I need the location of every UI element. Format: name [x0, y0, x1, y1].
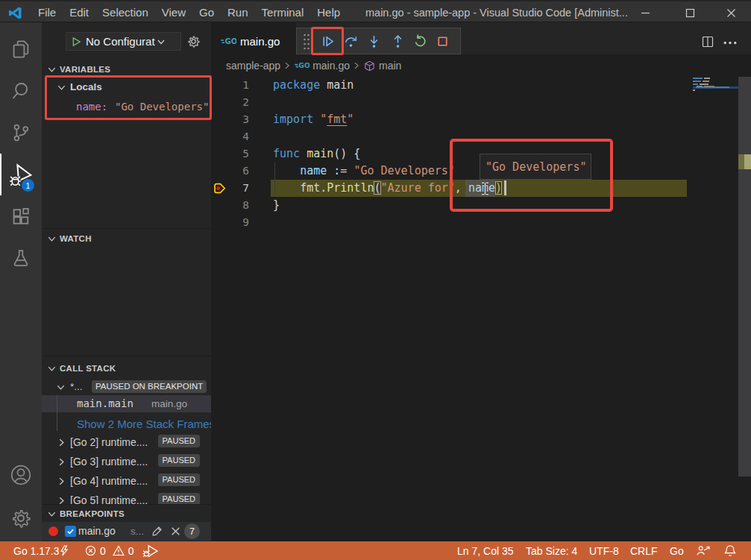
problems-item[interactable]: 0 0 — [85, 545, 134, 557]
debug-config-label: No Configurat — [86, 35, 155, 48]
minimap[interactable] — [687, 77, 738, 560]
code-line-1: package main — [273, 77, 353, 94]
tab-size-item[interactable]: Tab Size: 4 — [526, 545, 577, 557]
thread-row[interactable]: [Go 5] runtime.... PAUSED — [42, 491, 211, 504]
minimap-line — [693, 89, 695, 91]
remove-breakpoint-close-icon[interactable] — [170, 526, 181, 537]
code-token: Println — [327, 181, 374, 195]
code-token: () — [333, 147, 347, 160]
code-token — [320, 78, 327, 92]
code-line-6: name := "Go Developers" — [273, 163, 455, 180]
show-more-frames-label: Show 2 More Stack Frames — [77, 415, 211, 433]
code-token: name — [300, 164, 327, 177]
cursor-position-item[interactable]: Ln 7, Col 35 — [457, 545, 514, 557]
activity-run-and-debug[interactable]: 1 — [0, 154, 42, 195]
breadcrumb-file[interactable]: main.go — [312, 60, 350, 72]
chevron-right-icon — [283, 61, 292, 70]
activity-settings[interactable] — [0, 497, 42, 539]
split-editor-icon[interactable] — [702, 36, 714, 48]
chevron-right-icon — [57, 438, 66, 447]
breakpoint-checkbox[interactable] — [65, 526, 76, 537]
annotation-box-continue-button — [311, 27, 344, 55]
debug-settings-gear-icon[interactable] — [186, 34, 201, 48]
menu-help[interactable]: Help — [310, 1, 347, 24]
annotation-box-locals — [45, 75, 212, 120]
debug-config-dropdown[interactable]: No Configurat — [66, 32, 181, 51]
tab-main-go[interactable]: GO main.go — [211, 22, 296, 54]
step-into-button[interactable] — [362, 28, 386, 54]
menu-edit[interactable]: Edit — [63, 1, 95, 24]
chevron-right-icon — [57, 496, 66, 504]
activity-search[interactable] — [0, 70, 42, 112]
activity-source-control[interactable] — [0, 112, 42, 154]
paused-on-breakpoint-badge: PAUSED ON BREAKPOINT — [92, 380, 207, 393]
chevron-down-icon — [56, 383, 66, 392]
breakpoints-section-header[interactable]: BREAKPOINTS — [42, 506, 211, 522]
feedback-icon[interactable] — [696, 545, 710, 556]
code-token: { — [347, 147, 360, 160]
section-divider — [42, 228, 211, 229]
bell-icon[interactable] — [724, 544, 736, 557]
minimize-icon — [641, 8, 650, 18]
activity-bar: 1 — [0, 22, 42, 541]
thread-row[interactable]: [Go 2] runtime.... PAUSED — [42, 432, 211, 452]
restart-button[interactable] — [409, 28, 432, 54]
thread-list: [Go 2] runtime.... PAUSED [Go 3] runtime… — [42, 432, 211, 504]
line-number: 1 — [219, 77, 249, 94]
encoding-item[interactable]: UTF-8 — [589, 545, 619, 557]
thread-row[interactable]: [Go 3] runtime.... PAUSED — [42, 452, 211, 471]
drag-handle-icon[interactable] — [302, 33, 311, 51]
variables-section-title: VARIABLES — [60, 65, 110, 74]
section-divider — [42, 356, 211, 356]
breakpoint-file-label: main.go — [78, 522, 116, 541]
watch-section-header[interactable]: WATCH — [42, 230, 211, 247]
thread-row[interactable]: [Go 4] runtime.... PAUSED — [42, 471, 211, 491]
minimap-line — [693, 81, 701, 82]
section-divider — [42, 504, 211, 505]
line-number: 4 — [219, 128, 249, 145]
menu-go[interactable]: Go — [192, 1, 221, 24]
go-version-item[interactable]: Go 1.17.3 — [13, 545, 60, 557]
more-actions-icon[interactable] — [723, 41, 737, 45]
paused-badge: PAUSED — [158, 454, 200, 467]
show-more-frames-link[interactable]: Show 2 More Stack Frames — [42, 415, 211, 433]
activity-explorer[interactable] — [0, 28, 42, 70]
activity-accounts[interactable] — [0, 454, 42, 496]
activity-extensions[interactable] — [0, 195, 42, 237]
chevron-right-icon — [352, 61, 361, 70]
editor-scrollbar[interactable] — [738, 77, 751, 476]
svg-text:GO: GO — [225, 37, 237, 45]
menu-file[interactable]: File — [31, 1, 63, 24]
debug-session-row[interactable]: *... PAUSED ON BREAKPOINT — [42, 377, 211, 397]
menu-view[interactable]: View — [155, 1, 192, 24]
breakpoint-row[interactable]: main.go s... 7 — [42, 522, 211, 541]
breadcrumb-folder[interactable]: sample-app — [226, 60, 280, 72]
maximize-icon — [685, 8, 695, 18]
step-out-button[interactable] — [386, 28, 409, 54]
stack-frame-row[interactable]: main.main main.go — [42, 395, 211, 412]
line-number-active: 7 — [219, 180, 249, 197]
code-line-3: import "fmt" — [273, 111, 353, 128]
minimize-button[interactable] — [628, 1, 662, 24]
call-stack-section-header[interactable]: CALL STACK — [42, 360, 211, 377]
active-indicator — [0, 154, 1, 195]
edit-breakpoint-pencil-icon[interactable] — [151, 525, 163, 538]
stop-button[interactable] — [431, 28, 454, 54]
code-token: fmt — [327, 113, 347, 126]
debug-status-icon[interactable] — [142, 544, 159, 558]
breadcrumb-symbol[interactable]: main — [379, 60, 401, 72]
extensions-icon — [10, 205, 32, 227]
menu-run[interactable]: Run — [221, 1, 255, 24]
eol-item[interactable]: CRLF — [630, 545, 658, 557]
call-stack-section-title: CALL STACK — [60, 364, 116, 373]
language-mode-item[interactable]: Go — [670, 545, 684, 557]
menu-terminal[interactable]: Terminal — [255, 1, 311, 24]
menu-selection[interactable]: Selection — [95, 1, 155, 24]
frame-file: main.go — [151, 395, 187, 412]
close-button[interactable] — [714, 1, 748, 24]
activity-testing[interactable] — [0, 237, 42, 279]
source-control-icon — [10, 122, 32, 144]
chevron-down-icon — [156, 37, 166, 47]
breakpoints-count-badge: 7 — [184, 523, 200, 539]
maximize-button[interactable] — [673, 1, 707, 24]
